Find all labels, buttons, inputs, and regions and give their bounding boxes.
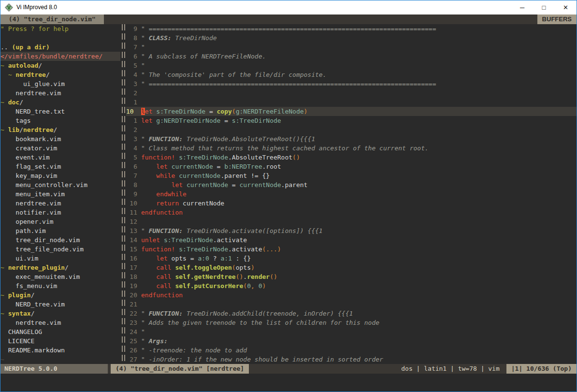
code-line[interactable]: 13" FUNCTION: TreeDirNode.activate([opti… [126, 226, 577, 235]
tree-row[interactable]: creator.vim [0, 144, 120, 153]
text-segment: menu_item.vim [0, 190, 65, 198]
code-line[interactable]: 19 call self.putCursorHere(0, 0) [126, 281, 577, 290]
tree-row[interactable]: ~ lib/nerdtree/ [0, 125, 120, 134]
code-line[interactable]: 24" [126, 327, 577, 336]
tree-row[interactable] [0, 33, 120, 43]
tree-row[interactable]: key_map.vim [0, 171, 120, 180]
code-line[interactable]: 27" -inOrder: 1 if the new node should b… [126, 355, 577, 364]
tree-row[interactable]: tree_dir_node.vim [0, 235, 120, 245]
tree-row[interactable]: ~ [0, 355, 120, 364]
code-line[interactable]: 25" Args: [126, 336, 577, 346]
text-segment: fs_menu.vim [0, 282, 57, 290]
code-line[interactable]: 14unlet s:TreeDirNode.activate [126, 235, 577, 245]
tree-row[interactable]: ~ nerdtree/ [0, 70, 120, 79]
code-line[interactable]: 4" Class method that returns the highest… [126, 144, 577, 153]
code-line[interactable]: 5function! s:TreeDirNode.AbsoluteTreeRoo… [126, 153, 577, 162]
command-line[interactable] [0, 374, 577, 392]
tab-active-tree-dir-node[interactable]: (4) "tree_dir_node.vim" [0, 15, 104, 24]
code-line[interactable]: 2 [126, 125, 577, 134]
tree-row[interactable]: .. (up a dir) [0, 43, 120, 52]
tree-row[interactable]: ~ doc/ [0, 98, 120, 107]
text-segment: copy [217, 108, 232, 115]
tree-root-path[interactable]: </vimfiles/bundle/nerdtree/ [0, 52, 120, 61]
code-line[interactable]: 8" CLASS: TreeDirNode [126, 33, 577, 43]
code-line[interactable]: 9" =====================================… [126, 24, 577, 33]
gvim-window: Vi IMproved 8.0 ─ □ ✕ (4) "tree_dir_node… [0, 0, 577, 392]
tree-row[interactable]: NERD_tree.vim [0, 300, 120, 309]
tree-row[interactable]: flag_set.vim [0, 162, 120, 171]
tree-row[interactable]: fs_menu.vim [0, 281, 120, 290]
tree-row[interactable]: nerdtree.vim [0, 88, 120, 98]
tree-row[interactable]: ui.vim [0, 254, 120, 263]
tree-row[interactable]: menu_item.vim [0, 189, 120, 199]
code-text: endfunction [141, 290, 183, 300]
text-segment: ( [232, 264, 236, 271]
tree-row[interactable]: ui_glue.vim [0, 79, 120, 88]
code-line[interactable]: 15function! s:TreeDirNode.activate(...) [126, 245, 577, 254]
tree-row[interactable]: event.vim [0, 153, 120, 162]
text-segment: s:TreeDirNode [164, 236, 213, 244]
line-number: 10 [126, 107, 137, 116]
tree-row[interactable]: tags [0, 116, 120, 125]
code-line[interactable]: 20endfunction [126, 290, 577, 300]
text-segment: " [141, 62, 145, 69]
code-line[interactable]: 5" [126, 61, 577, 70]
tree-row[interactable]: NERD_tree.txt [0, 107, 120, 116]
line-number: 22 [126, 309, 137, 318]
code-line[interactable]: 6" A subclass of NERDTreeFileNode. [126, 52, 577, 61]
text-segment: " ======================================… [141, 25, 436, 32]
code-line[interactable]: 8 let currentNode = currentNode.parent [126, 180, 577, 189]
code-line[interactable]: 3" =====================================… [126, 79, 577, 88]
tree-row[interactable]: ~ plugin/ [0, 290, 120, 300]
tree-row[interactable]: ~ nerdtree_plugin/ [0, 263, 120, 272]
tree-row[interactable]: README.markdown [0, 346, 120, 355]
code-line[interactable]: 21 [126, 300, 577, 309]
code-text: " [141, 43, 145, 52]
code-line[interactable]: 7 while currentNode.parent != {} [126, 171, 577, 180]
text-segment: s:TreeDirNode [232, 117, 281, 124]
text-segment: exec_menuitem.vim [0, 273, 80, 280]
tree-row[interactable]: notifier.vim [0, 208, 120, 217]
code-text: function! s:TreeDirNode.activate(...) [141, 245, 281, 254]
code-line-current[interactable]: 10let s:TreeDirNode = copy(g:NERDTreeFil… [126, 107, 577, 116]
code-line[interactable]: 9 endwhile [126, 189, 577, 199]
close-button[interactable]: ✕ [555, 0, 577, 15]
tree-row[interactable]: ~ syntax/ [0, 309, 120, 318]
code-line[interactable]: 2 [126, 88, 577, 98]
tree-row[interactable]: ~ autoload/ [0, 61, 120, 70]
code-line[interactable]: 17 call self.toggleOpen(opts) [126, 263, 577, 272]
tree-row[interactable]: path.vim [0, 226, 120, 235]
tree-row[interactable]: nerdtree.vim [0, 318, 120, 327]
code-line[interactable]: 23" Adds the given treenode to the list … [126, 318, 577, 327]
text-segment: .activate [228, 246, 262, 253]
code-text: " A subclass of NERDTreeFileNode. [141, 52, 266, 61]
tree-row[interactable]: menu_controller.vim [0, 180, 120, 189]
maximize-button[interactable]: □ [533, 0, 555, 15]
code-line[interactable]: 10 return currentNode [126, 199, 577, 208]
tree-row[interactable]: tree_file_node.vim [0, 245, 120, 254]
tree-row[interactable]: nerdtree.vim [0, 199, 120, 208]
code-line[interactable]: 22" FUNCTION: TreeDirNode.addChild(treen… [126, 309, 577, 318]
code-line[interactable]: 7" [126, 43, 577, 52]
window-separator[interactable] [120, 24, 126, 364]
code-line[interactable]: 6 let currentNode = b:NERDTree.root [126, 162, 577, 171]
text-segment: " ======================================… [141, 80, 436, 87]
code-line[interactable]: 3" FUNCTION: TreeDirNode.AbsoluteTreeRoo… [126, 134, 577, 144]
code-line[interactable]: 1 [126, 98, 577, 107]
text-segment: .activate [213, 236, 247, 244]
code-line[interactable]: 16 let opts = a:0 ? a:1 : {} [126, 254, 577, 263]
code-line[interactable]: 18 call self.getNerdtree().render() [126, 272, 577, 281]
code-line[interactable]: 1let g:NERDTreeDirNode = s:TreeDirNode [126, 116, 577, 125]
minimize-button[interactable]: ─ [511, 0, 533, 15]
tree-row[interactable]: LICENCE [0, 336, 120, 346]
code-line[interactable]: 26" -treenode: the node to add [126, 346, 577, 355]
tree-row[interactable]: " Press ? for help [0, 24, 120, 33]
tree-row[interactable]: opener.vim [0, 217, 120, 226]
code-line[interactable]: 4" The 'composite' part of the file/dir … [126, 70, 577, 79]
tree-row[interactable]: CHANGELOG [0, 327, 120, 336]
tree-row[interactable]: exec_menuitem.vim [0, 272, 120, 281]
tree-row[interactable]: bookmark.vim [0, 134, 120, 144]
text-segment: ~ [8, 71, 16, 78]
code-line[interactable]: 12 [126, 217, 577, 226]
code-line[interactable]: 11endfunction [126, 208, 577, 217]
